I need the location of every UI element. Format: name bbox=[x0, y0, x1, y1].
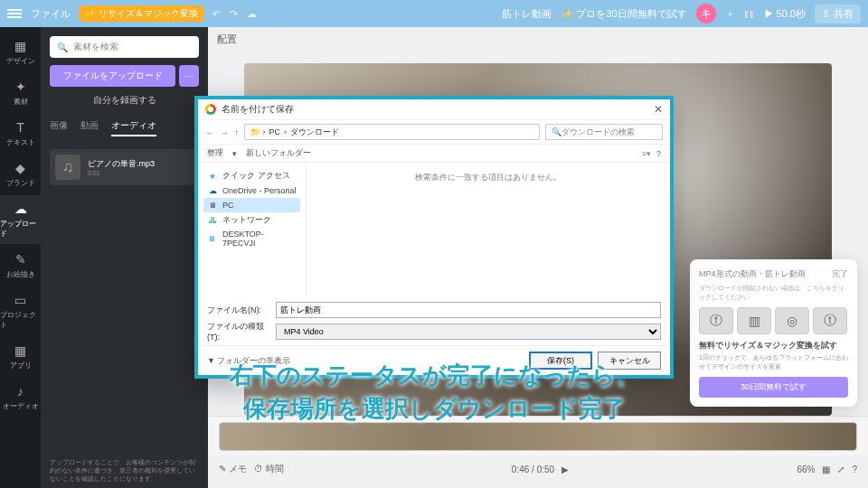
upload-more-button[interactable]: ⋯ bbox=[179, 65, 199, 87]
nav-item[interactable]: 🖥PC bbox=[203, 198, 300, 212]
disclaimer-text: アップロードすることで、お客様のコンテンツが制約のない条件に基づき、第三者の権利… bbox=[50, 458, 199, 483]
cloud-sync-icon[interactable]: ☁ bbox=[247, 8, 257, 20]
resize-button[interactable]: ✨ リサイズ＆マジック変換 bbox=[80, 5, 203, 22]
up-icon[interactable]: ↑ bbox=[234, 127, 239, 137]
timeline[interactable] bbox=[208, 416, 868, 455]
zoom-display: 66% bbox=[797, 465, 815, 474]
filename-input[interactable] bbox=[276, 302, 661, 318]
play-button[interactable]: ▶ 50.0秒 bbox=[764, 7, 806, 21]
sidebar-item-2[interactable]: Tテキスト bbox=[0, 114, 41, 153]
popup-title: MP4形式の動画・筋トレ動画 bbox=[699, 268, 806, 280]
media-item[interactable]: ♫ ピアノの単音.mp3 0:02 bbox=[50, 149, 199, 185]
view-icon[interactable]: ≡▾ bbox=[642, 149, 651, 158]
time-display: 0:46 / 0:50 bbox=[512, 465, 554, 474]
promo-subtitle: 1回のクリックで、あらゆるプラットフォームに合わせてデザインのサイズを変更 bbox=[699, 353, 848, 371]
media-name: ピアノの単音.mp3 bbox=[88, 158, 155, 170]
download-popup: MP4形式の動画・筋トレ動画 完了 ダウンロードが開始されない場合は、こちらをク… bbox=[690, 259, 857, 407]
expand-icon[interactable]: ⤢ bbox=[837, 465, 844, 474]
canvas-label: 配置 bbox=[208, 27, 868, 52]
panel-tab[interactable]: オーディオ bbox=[111, 119, 156, 136]
help-icon[interactable]: ? bbox=[852, 465, 857, 474]
close-icon[interactable]: ✕ bbox=[654, 103, 663, 116]
trial-button[interactable]: ✨ プロを30日間無料で試す bbox=[561, 7, 686, 21]
save-button[interactable]: 保存(S) bbox=[529, 352, 592, 370]
path-search[interactable]: 🔍 ダウンロードの検索 bbox=[545, 124, 663, 140]
organize-menu[interactable]: 整理 bbox=[207, 147, 223, 159]
filename-label: ファイル名(N): bbox=[207, 305, 270, 316]
file-menu[interactable]: ファイル bbox=[31, 7, 71, 21]
save-dialog: 名前を付けて保存 ✕ ← → ↑ 📁 › PC › ダウンロード 🔍 ダウンロー… bbox=[194, 96, 674, 379]
nav-item[interactable]: 🖧ネットワーク bbox=[203, 212, 300, 228]
dialog-nav: ★クイック アクセス☁OneDrive - Personal🖥PC🖧ネットワーク… bbox=[198, 163, 307, 298]
audio-icon: ♫ bbox=[55, 155, 80, 180]
playback-bar: ✎ メモ ⏱ 時間 0:46 / 0:50 ▶ 66% ▦ ⤢ ? bbox=[208, 455, 868, 483]
sidebar-item-7[interactable]: ▦アプリ bbox=[0, 337, 41, 376]
menu-icon[interactable] bbox=[7, 9, 22, 18]
popup-detail: ダウンロードが開始されない場合は、こちらをクリックしてください bbox=[699, 284, 848, 302]
nav-item[interactable]: 🖥DESKTOP-7PECVJI bbox=[203, 228, 300, 249]
help-icon[interactable]: ? bbox=[656, 149, 661, 158]
sidebar-item-8[interactable]: ♪オーディオ bbox=[0, 378, 41, 417]
file-list-empty: 検索条件に一致する項目はありません。 bbox=[307, 163, 670, 298]
panel-tab[interactable]: 画像 bbox=[50, 119, 68, 136]
nav-item[interactable]: ☁OneDrive - Personal bbox=[203, 183, 300, 198]
sidebar-item-6[interactable]: ▭プロジェクト bbox=[0, 286, 41, 335]
chrome-icon bbox=[205, 104, 216, 115]
sidebar-strip: ▦デザイン✦素材Tテキスト◆ブランド☁アップロード✎お絵描き▭プロジェクト▦アプ… bbox=[0, 27, 41, 488]
promo-button[interactable]: 30日間無料で試す bbox=[699, 377, 848, 398]
nav-item[interactable]: ★クイック アクセス bbox=[203, 168, 300, 183]
add-icon[interactable]: ＋ bbox=[725, 7, 735, 21]
popup-status: 完了 bbox=[832, 268, 848, 280]
share-thumb[interactable]: ◎ bbox=[775, 307, 809, 334]
search-input[interactable]: 🔍 素材を検索 bbox=[50, 36, 199, 58]
forward-icon[interactable]: → bbox=[220, 127, 229, 137]
document-title[interactable]: 筋トレ動画 bbox=[502, 7, 552, 21]
duration-button[interactable]: ⏱ 時間 bbox=[254, 463, 284, 475]
back-icon[interactable]: ← bbox=[205, 127, 214, 137]
avatar[interactable]: キ bbox=[696, 4, 716, 23]
share-thumb[interactable]: ⓣ bbox=[813, 307, 847, 334]
upload-button[interactable]: ファイルをアップロード bbox=[50, 65, 175, 87]
analytics-icon[interactable]: ⫿⫿ bbox=[744, 8, 755, 19]
panel-tabs: 画像動画オーディオ bbox=[50, 119, 199, 136]
sidebar-item-4[interactable]: ☁アップロード bbox=[0, 195, 41, 244]
filetype-select[interactable]: MP4 Video bbox=[276, 324, 661, 340]
dialog-title: 名前を付けて保存 bbox=[222, 103, 294, 116]
sidebar-item-0[interactable]: ▦デザイン bbox=[0, 33, 41, 71]
play-icon[interactable]: ▶ bbox=[561, 465, 569, 474]
top-bar: ファイル ✨ リサイズ＆マジック変換 ↶ ↷ ☁ 筋トレ動画 ✨ プロを30日間… bbox=[0, 0, 868, 27]
path-crumb[interactable]: 📁 › PC › ダウンロード bbox=[244, 124, 540, 140]
grid-icon[interactable]: ▦ bbox=[822, 465, 830, 474]
promo-title: 無料でリサイズ＆マジック変換を試す bbox=[699, 340, 848, 352]
undo-icon[interactable]: ↶ bbox=[212, 8, 221, 20]
side-panel: 🔍 素材を検索 ファイルをアップロード ⋯ 自分を録画する 画像動画オーディオ … bbox=[41, 27, 208, 488]
notes-button[interactable]: ✎ メモ bbox=[219, 463, 247, 475]
share-button[interactable]: ⇧ 共有 bbox=[815, 5, 861, 23]
filetype-label: ファイルの種類(T): bbox=[207, 321, 270, 342]
sidebar-item-3[interactable]: ◆ブランド bbox=[0, 155, 41, 193]
new-folder-button[interactable]: 新しいフォルダー bbox=[246, 147, 311, 159]
share-thumb[interactable]: ⓕ bbox=[699, 307, 733, 334]
media-duration: 0:02 bbox=[88, 170, 155, 176]
cancel-button[interactable]: キャンセル bbox=[598, 352, 661, 370]
hide-folders-link[interactable]: ▼ フォルダーの非表示 bbox=[207, 355, 290, 367]
share-thumb[interactable]: ▥ bbox=[737, 307, 771, 334]
record-button[interactable]: 自分を録画する bbox=[50, 94, 199, 107]
panel-tab[interactable]: 動画 bbox=[80, 119, 99, 136]
redo-icon[interactable]: ↷ bbox=[230, 8, 238, 20]
sidebar-item-1[interactable]: ✦素材 bbox=[0, 73, 41, 112]
sidebar-item-5[interactable]: ✎お絵描き bbox=[0, 246, 41, 285]
